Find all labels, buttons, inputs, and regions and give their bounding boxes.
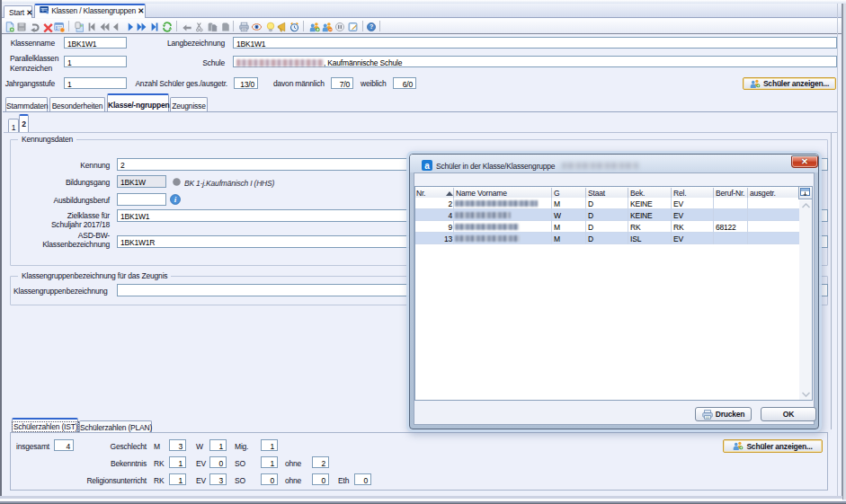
svg-text:?: ?	[369, 23, 372, 30]
svg-text:a: a	[424, 161, 430, 171]
